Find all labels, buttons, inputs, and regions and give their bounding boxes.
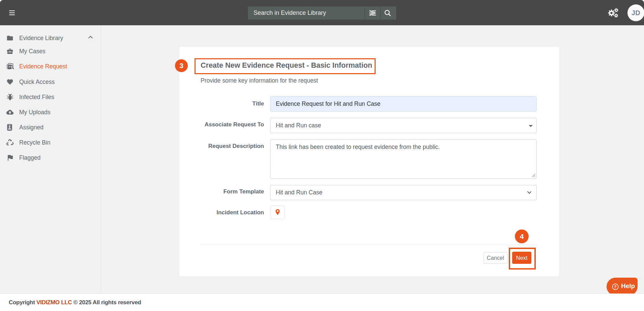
svg-text:?: ? xyxy=(614,285,616,289)
